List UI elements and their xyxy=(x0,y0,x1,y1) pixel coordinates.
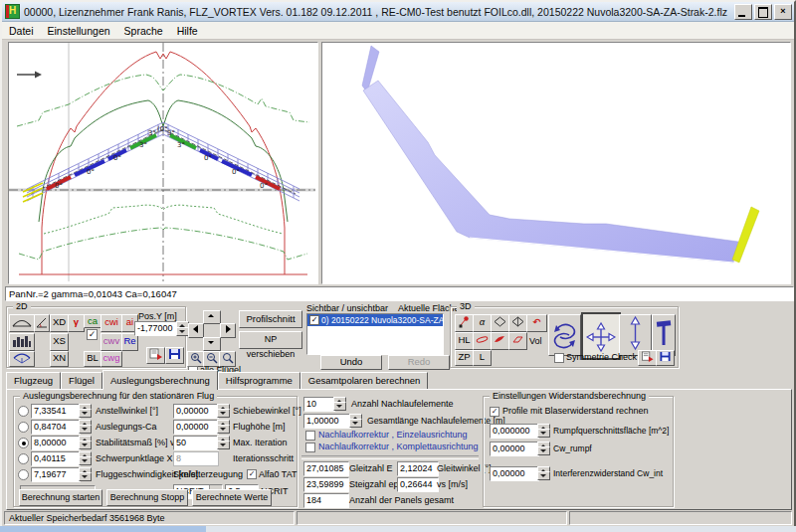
surface-list-item[interactable]: ✓ 0) 20150222 Nuvola3200-SA-ZA-Strak-2-W… xyxy=(307,314,443,326)
panel-flat-button[interactable] xyxy=(491,314,509,332)
plot-2d-viewport[interactable]: 0° 0° 0° 3° 3° (0° 3° 3° 0° 0° 0° xyxy=(8,42,318,284)
rotate-3d-button[interactable] xyxy=(548,314,581,356)
radio-auslegungs-ca[interactable] xyxy=(18,422,29,433)
pan-down-button[interactable] xyxy=(203,337,221,351)
cw-int-input[interactable]: 0,00000 xyxy=(490,466,539,481)
save-3d-button[interactable] xyxy=(656,350,675,366)
airfoil-filled-button[interactable] xyxy=(491,332,509,350)
tab-hilfsprogramme[interactable]: Hilfsprogramme xyxy=(218,372,300,390)
menu-hilfe[interactable]: Hilfe xyxy=(170,24,205,38)
ca-checkbox[interactable]: ✓ xyxy=(87,329,98,340)
hl-button[interactable]: HL xyxy=(455,332,474,350)
flughoehe-input[interactable]: 0,00000 xyxy=(173,420,219,435)
menu-datei[interactable]: Datei xyxy=(2,24,41,38)
komplettausrichtung-checkbox[interactable] xyxy=(305,443,315,452)
xs-button[interactable]: XS xyxy=(50,333,69,351)
anstellwinkel-spinner[interactable] xyxy=(79,404,90,418)
minimize-button[interactable] xyxy=(734,4,752,20)
radio-anstellwinkel[interactable] xyxy=(18,406,29,417)
gesamtlaenge-spinner[interactable] xyxy=(349,414,360,428)
export-3d-button[interactable] xyxy=(638,350,657,366)
svg-text:3°: 3° xyxy=(139,141,147,149)
anstellwinkel-input[interactable]: 7,33541 xyxy=(31,404,81,419)
symmetrie-check-checkbox[interactable] xyxy=(554,353,564,363)
xd-button[interactable]: XD xyxy=(50,314,69,332)
tab-gesamtpolaren[interactable]: Gesamtpolaren berechnen xyxy=(300,372,429,390)
view-reset-button[interactable]: ↶ xyxy=(526,314,547,332)
xn-button[interactable]: XN xyxy=(50,351,69,367)
max-iteration-input[interactable]: 50 xyxy=(173,436,219,450)
pan-up-button[interactable] xyxy=(203,310,221,324)
save-2d-button[interactable] xyxy=(165,347,184,364)
tab-fluegel[interactable]: Flügel xyxy=(61,372,102,390)
anzahl-nachlauf-input[interactable]: 10 xyxy=(303,397,335,412)
cw-rumpf-spinner[interactable] xyxy=(537,442,548,455)
alpha-button[interactable]: α xyxy=(473,314,492,332)
stabilitaetsmass-input[interactable]: 8,00000 xyxy=(31,436,81,450)
auslegungs-ca-input[interactable]: 0,84704 xyxy=(31,420,81,435)
bl-button[interactable]: BL xyxy=(84,351,101,367)
menu-einstellungen[interactable]: Einstellungen xyxy=(41,24,117,38)
rumpfquerschnitt-input[interactable]: 0,000000 xyxy=(490,424,539,439)
zp-button[interactable]: ZP xyxy=(455,350,474,366)
schwerpunktlage-spinner[interactable] xyxy=(79,451,90,465)
cwg-button[interactable]: cwg xyxy=(100,351,122,367)
np-verschieben-button[interactable]: NP verschieben xyxy=(239,331,302,349)
maximize-icon xyxy=(758,7,768,18)
surface-listbox[interactable]: ✓ 0) 20150222 Nuvola3200-SA-ZA-Strak-2-W… xyxy=(306,313,444,355)
fluggeschwindigkeit-spinner[interactable] xyxy=(79,467,90,481)
angle-view-button[interactable] xyxy=(34,314,50,332)
cw-rumpf-input[interactable]: 0,00000 xyxy=(490,442,539,456)
undo-button[interactable]: Undo xyxy=(320,355,382,370)
berechnung-stopp-button[interactable]: Berechnung Stopp xyxy=(106,489,188,506)
schiebewinkel-input[interactable]: 0,00000 xyxy=(173,404,219,419)
distribution-view-button[interactable] xyxy=(9,333,35,351)
rumpfquerschnitt-spinner[interactable] xyxy=(537,424,548,438)
airfoil-flat-button[interactable] xyxy=(508,332,527,350)
maximize-button[interactable] xyxy=(754,4,772,20)
cwi-button[interactable]: cwi xyxy=(100,314,122,332)
radio-stabilitaetsmass[interactable] xyxy=(18,438,29,448)
surface-visible-checkbox[interactable]: ✓ xyxy=(309,315,319,325)
l-button[interactable]: L xyxy=(473,350,492,366)
radio-fluggeschwindigkeit[interactable] xyxy=(18,469,29,480)
ca-button[interactable]: ca xyxy=(84,314,101,328)
menu-sprache[interactable]: Sprache xyxy=(117,24,170,38)
parachute-view-button[interactable] xyxy=(9,351,35,367)
export-2d-button[interactable] xyxy=(146,347,165,364)
einzelausrichtung-checkbox[interactable] xyxy=(305,431,315,441)
close-icon: × xyxy=(780,6,785,16)
schiebewinkel-spinner[interactable] xyxy=(217,404,228,418)
panel-shaded-button[interactable] xyxy=(508,314,527,332)
airfoil-outline-button[interactable] xyxy=(473,332,492,350)
redo-button[interactable]: Redo xyxy=(388,355,450,370)
blaserwiderstand-checkbox[interactable]: ✓ xyxy=(490,407,499,417)
pan-right-button[interactable] xyxy=(220,323,236,338)
posy-spinner[interactable] xyxy=(176,321,187,336)
cw-int-spinner[interactable] xyxy=(537,466,548,480)
pin-button[interactable] xyxy=(455,314,474,332)
gesamtlaenge-input[interactable]: 1,00000 xyxy=(303,414,351,429)
close-button[interactable]: × xyxy=(774,4,792,20)
profilschnitt-button[interactable]: Profilschnitt xyxy=(239,310,302,328)
planform-view-button[interactable] xyxy=(9,314,35,332)
view-3d-viewport[interactable] xyxy=(321,42,791,284)
alfa0-tat-checkbox[interactable]: ✓ xyxy=(247,469,257,479)
anzahl-nachlauf-spinner[interactable] xyxy=(333,397,344,411)
fluggeschwindigkeit-input[interactable]: 7,19677 xyxy=(31,467,81,482)
stabilitaetsmass-spinner[interactable] xyxy=(79,436,90,449)
pan-left-button[interactable] xyxy=(188,323,204,338)
max-iteration-spinner[interactable] xyxy=(217,436,228,449)
radio-schwerpunktlage[interactable] xyxy=(18,453,29,464)
rumpfquerschnitt-label: Rumpfquerschnittsfläche [m^2] xyxy=(553,426,669,437)
tab-flugzeug[interactable]: Flugzeug xyxy=(6,372,61,390)
posy-input[interactable]: -1,77000 xyxy=(134,321,178,336)
flughoehe-spinner[interactable] xyxy=(217,420,228,434)
berechnete-werte-button[interactable]: Berechnete Werte xyxy=(192,489,272,506)
auslegungs-ca-spinner[interactable] xyxy=(79,420,90,434)
cwv-button[interactable]: cwv xyxy=(100,333,122,351)
tab-auslegungsberechnung[interactable]: Auslegungsberechnung xyxy=(102,370,218,390)
gamma-button[interactable]: γ xyxy=(68,314,85,332)
schwerpunktlage-input[interactable]: 0,40115 xyxy=(31,451,81,466)
berechnung-starten-button[interactable]: Berechnung starten xyxy=(19,489,102,506)
